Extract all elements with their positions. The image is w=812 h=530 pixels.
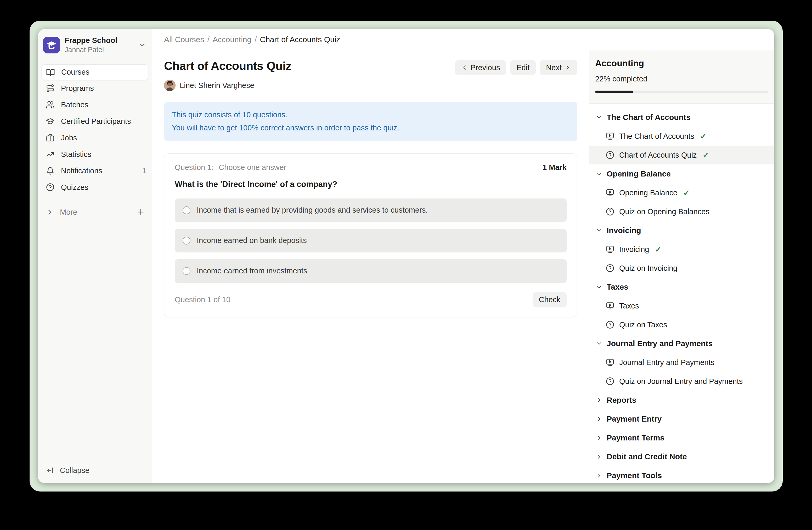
sidebar-item-label: Programs [61, 84, 94, 93]
outline-section-chart-of-accounts[interactable]: The Chart of Accounts [589, 108, 774, 127]
avatar [164, 80, 175, 91]
sidebar-item-jobs[interactable]: Jobs [38, 130, 152, 146]
plus-icon[interactable] [136, 208, 145, 217]
sidebar-item-quizzes[interactable]: Quizzes [38, 179, 152, 196]
question-instruction: Choose one answer [219, 163, 286, 172]
quiz-page: Chart of Accounts Quiz Previous Edit Nex… [152, 50, 589, 483]
question-progress: Question 1 of 10 [175, 295, 231, 304]
collapse-label: Collapse [60, 466, 89, 475]
question-text: What is the 'Direct Income' of a company… [175, 180, 567, 189]
breadcrumb-all-courses[interactable]: All Courses [164, 35, 204, 44]
outline-quiz[interactable]: Quiz on Taxes [589, 315, 774, 334]
chevron-down-icon [596, 283, 603, 290]
check-icon: ✓ [655, 245, 661, 254]
sidebar-item-notifications[interactable]: Notifications 1 [38, 163, 152, 179]
outline-lesson[interactable]: Opening Balance ✓ [589, 183, 774, 202]
check-icon: ✓ [683, 188, 690, 197]
outline-section-payment-tools[interactable]: Payment Tools [589, 466, 774, 483]
chevron-left-icon [461, 64, 468, 71]
trending-up-icon [46, 150, 55, 159]
sidebar-more-toggle[interactable]: More [38, 204, 152, 221]
collapse-sidebar-icon [46, 466, 54, 474]
outline-lesson[interactable]: Invoicing ✓ [589, 240, 774, 259]
sidebar-item-certified-participants[interactable]: Certified Participants [38, 113, 152, 130]
check-icon: ✓ [700, 132, 707, 141]
answer-option-1[interactable]: Income that is earned by providing goods… [175, 198, 567, 222]
workspace-switcher[interactable]: Frappe School Jannat Patel [38, 29, 152, 57]
notifications-count-badge: 1 [142, 167, 146, 175]
chevron-down-icon [596, 227, 603, 234]
chevron-right-icon [564, 64, 571, 71]
outline-section-debit-credit-note[interactable]: Debit and Credit Note [589, 447, 774, 466]
radio-button[interactable] [183, 206, 190, 214]
sidebar-nav: Courses Programs Batches Certified Parti… [38, 65, 152, 196]
more-label: More [60, 208, 77, 217]
outline-lesson[interactable]: Journal Entry and Payments [589, 353, 774, 372]
outline-section-reports[interactable]: Reports [589, 391, 774, 409]
user-name: Jannat Patel [64, 45, 134, 54]
sidebar-item-statistics[interactable]: Statistics [38, 146, 152, 163]
app-window: Frappe School Jannat Patel Courses Progr… [38, 29, 774, 483]
sidebar-item-label: Batches [61, 100, 88, 109]
sidebar-item-courses[interactable]: Courses [42, 65, 148, 80]
chevron-right-icon [596, 434, 603, 441]
outline-section-payment-terms[interactable]: Payment Terms [589, 428, 774, 447]
route-icon [46, 84, 55, 93]
help-circle-icon [606, 151, 614, 159]
question-marks: 1 Mark [542, 163, 567, 172]
breadcrumb-separator: / [207, 35, 209, 44]
outline-quiz[interactable]: Quiz on Opening Balances [589, 202, 774, 221]
help-circle-icon [606, 377, 614, 386]
brand-title: Frappe School [64, 36, 134, 45]
outline-section-payment-entry[interactable]: Payment Entry [589, 409, 774, 428]
sidebar-item-batches[interactable]: Batches [38, 97, 152, 113]
radio-button[interactable] [183, 237, 190, 245]
course-outline-tree: The Chart of Accounts The Chart of Accou… [589, 104, 774, 483]
sidebar-item-label: Courses [61, 68, 89, 76]
outline-quiz[interactable]: Quiz on Invoicing [589, 259, 774, 278]
chevron-down-icon [596, 114, 603, 121]
chevron-right-icon [46, 208, 54, 216]
chevron-down-icon [596, 340, 603, 347]
sidebar-item-programs[interactable]: Programs [38, 80, 152, 97]
breadcrumb-separator: / [255, 35, 257, 44]
answer-option-3[interactable]: Income earned from investments [175, 259, 567, 283]
outline-section-journal-entry[interactable]: Journal Entry and Payments [589, 334, 774, 353]
main-column: All Courses / Accounting / Chart of Acco… [152, 29, 774, 483]
monitor-play-icon [606, 358, 614, 367]
edit-button[interactable]: Edit [510, 60, 536, 75]
check-button[interactable]: Check [533, 292, 567, 307]
sidebar-collapse-button[interactable]: Collapse [38, 463, 152, 483]
answer-option-2[interactable]: Income earned on bank deposits [175, 229, 567, 252]
outline-lesson[interactable]: Taxes [589, 296, 774, 315]
course-progress-label: 22% completed [595, 75, 768, 83]
next-button[interactable]: Next [540, 60, 577, 75]
quiz-card: Question 1: Choose one answer 1 Mark Wha… [164, 153, 577, 317]
bell-icon [46, 166, 55, 175]
sidebar-item-label: Quizzes [61, 183, 88, 192]
breadcrumb-current: Chart of Accounts Quiz [260, 35, 340, 44]
monitor-play-icon [606, 302, 614, 310]
page-title: Chart of Accounts Quiz [164, 59, 291, 73]
outline-quiz[interactable]: Quiz on Journal Entry and Payments [589, 372, 774, 391]
chevron-right-icon [596, 397, 603, 404]
sidebar-item-label: Notifications [61, 167, 102, 175]
graduation-cap-icon [46, 117, 55, 126]
outline-section-taxes[interactable]: Taxes [589, 278, 774, 296]
monitor-play-icon [606, 188, 614, 197]
outline-section-invoicing[interactable]: Invoicing [589, 221, 774, 240]
radio-button[interactable] [183, 267, 190, 275]
outline-section-opening-balance[interactable]: Opening Balance [589, 165, 774, 183]
outline-lesson[interactable]: The Chart of Accounts ✓ [589, 127, 774, 145]
chevron-right-icon [596, 472, 603, 479]
help-circle-icon [606, 207, 614, 216]
monitor-play-icon [606, 132, 614, 141]
breadcrumb-accounting[interactable]: Accounting [213, 35, 251, 44]
chevron-down-icon [596, 170, 603, 177]
banner-line: You will have to get 100% correct answer… [172, 122, 569, 135]
check-icon: ✓ [702, 151, 709, 160]
outline-quiz-active[interactable]: Chart of Accounts Quiz ✓ [589, 145, 774, 165]
previous-button[interactable]: Previous [455, 60, 506, 75]
answer-options: Income that is earned by providing goods… [175, 198, 567, 283]
frappe-school-logo [43, 37, 60, 53]
